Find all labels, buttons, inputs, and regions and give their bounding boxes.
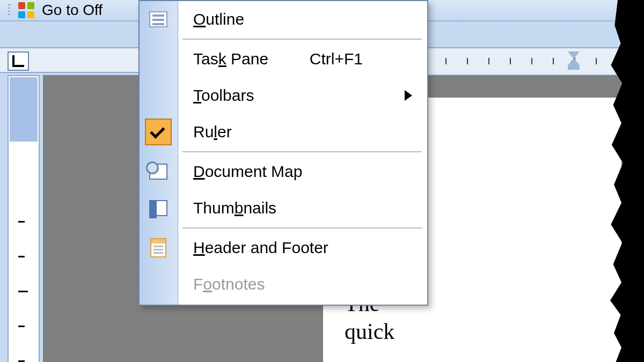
menu-item-label: Outline: [193, 10, 244, 28]
checkmark-icon: [145, 119, 172, 145]
document-text-line: quick: [345, 317, 621, 346]
menu-item-thumbnails[interactable]: Thumbnails: [140, 190, 427, 226]
menu-item-footnotes: Footnotes: [140, 266, 427, 302]
app-window: Go to Off The· quick brow The· quick: [0, 0, 644, 362]
thumbnails-icon: [145, 195, 172, 221]
menu-item-label: Footnotes: [193, 275, 265, 293]
indent-marker[interactable]: [568, 51, 580, 71]
header-footer-icon: [145, 234, 172, 261]
menu-item-shortcut: Ctrl+F1: [310, 50, 363, 68]
ruler-ticks: [419, 48, 644, 74]
menu-item-task-pane[interactable]: Task Pane Ctrl+F1: [140, 41, 427, 77]
menu-item-label: Task Pane: [193, 50, 268, 68]
ruler-vertical[interactable]: [8, 75, 40, 362]
submenu-arrow-icon: [405, 90, 412, 101]
menu-item-label: Ruler: [193, 123, 232, 141]
menu-item-header-footer[interactable]: Header and Footer: [140, 230, 427, 266]
outline-icon: [145, 6, 172, 33]
menu-separator: [182, 227, 422, 228]
menu-item-document-map[interactable]: Document Map: [140, 153, 427, 190]
toolbar-grip[interactable]: [8, 3, 11, 17]
menu-separator: [182, 151, 422, 152]
document-map-icon: [145, 158, 172, 185]
menu-item-ruler[interactable]: Ruler: [140, 114, 427, 150]
menu-item-label: Toolbars: [193, 86, 254, 105]
menu-item-label: Header and Footer: [193, 239, 328, 257]
menu-item-outline[interactable]: Outline: [140, 1, 427, 38]
go-to-office-button[interactable]: Go to Off: [42, 2, 103, 19]
menu-separator: [182, 39, 422, 40]
menu-item-label: Thumbnails: [193, 199, 276, 217]
menu-item-toolbars[interactable]: Toolbars: [140, 77, 427, 114]
office-logo-icon[interactable]: [18, 2, 34, 18]
view-menu-dropdown: Outline Task Pane Ctrl+F1 Toolbars Ruler…: [138, 0, 428, 306]
menu-item-label: Document Map: [193, 162, 302, 181]
tab-selector[interactable]: [8, 51, 29, 71]
